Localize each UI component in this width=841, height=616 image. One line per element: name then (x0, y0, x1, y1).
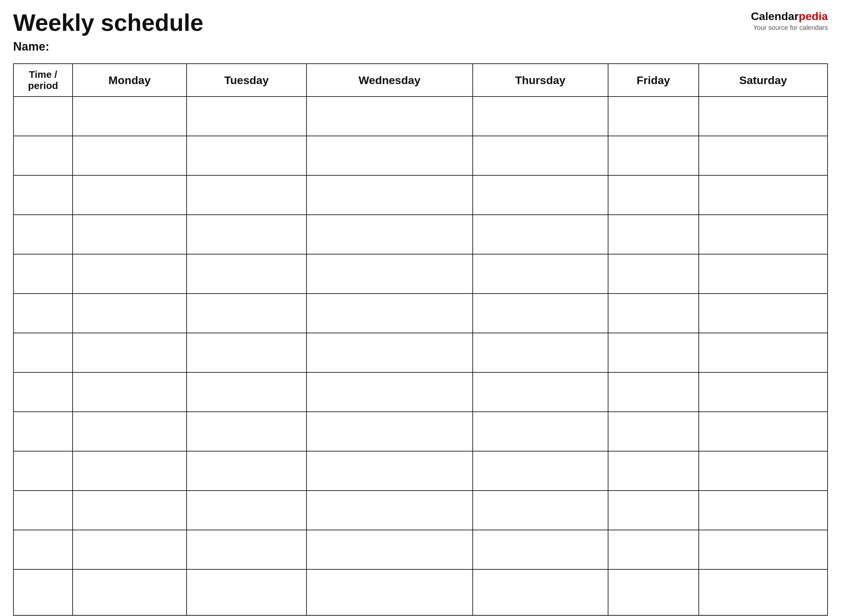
schedule-cell[interactable] (307, 530, 473, 569)
schedule-cell[interactable] (73, 530, 186, 569)
schedule-cell[interactable] (699, 530, 828, 569)
schedule-cell[interactable] (186, 451, 307, 491)
table-row[interactable] (13, 569, 828, 615)
schedule-cell[interactable] (73, 451, 186, 491)
schedule-cell[interactable] (307, 254, 473, 293)
schedule-cell[interactable] (73, 293, 186, 333)
schedule-cell[interactable] (186, 175, 307, 215)
schedule-cell[interactable] (307, 491, 473, 530)
schedule-cell[interactable] (186, 215, 307, 254)
schedule-cell[interactable] (186, 136, 307, 175)
schedule-cell[interactable] (307, 97, 473, 136)
schedule-cell[interactable] (186, 530, 307, 569)
table-row[interactable] (13, 333, 828, 373)
schedule-cell[interactable] (699, 215, 828, 254)
schedule-cell[interactable] (73, 373, 186, 412)
time-cell[interactable] (13, 412, 73, 451)
schedule-cell[interactable] (699, 97, 828, 136)
schedule-cell[interactable] (473, 569, 608, 615)
schedule-cell[interactable] (699, 451, 828, 491)
table-row[interactable] (13, 530, 828, 569)
schedule-cell[interactable] (473, 97, 608, 136)
schedule-cell[interactable] (307, 293, 473, 333)
table-row[interactable] (13, 136, 828, 175)
time-cell[interactable] (13, 530, 73, 569)
schedule-cell[interactable] (608, 215, 699, 254)
schedule-cell[interactable] (186, 373, 307, 412)
schedule-cell[interactable] (186, 333, 307, 373)
schedule-cell[interactable] (307, 175, 473, 215)
schedule-cell[interactable] (473, 175, 608, 215)
time-cell[interactable] (13, 293, 73, 333)
schedule-cell[interactable] (73, 412, 186, 451)
time-cell[interactable] (13, 569, 73, 615)
schedule-cell[interactable] (699, 136, 828, 175)
schedule-cell[interactable] (699, 254, 828, 293)
schedule-cell[interactable] (473, 373, 608, 412)
schedule-cell[interactable] (186, 569, 307, 615)
schedule-cell[interactable] (699, 373, 828, 412)
schedule-cell[interactable] (73, 175, 186, 215)
schedule-cell[interactable] (307, 412, 473, 451)
table-row[interactable] (13, 293, 828, 333)
schedule-cell[interactable] (473, 491, 608, 530)
schedule-cell[interactable] (608, 254, 699, 293)
time-cell[interactable] (13, 373, 73, 412)
schedule-cell[interactable] (608, 451, 699, 491)
schedule-cell[interactable] (73, 569, 186, 615)
schedule-cell[interactable] (608, 97, 699, 136)
schedule-cell[interactable] (473, 136, 608, 175)
time-cell[interactable] (13, 175, 73, 215)
schedule-cell[interactable] (307, 569, 473, 615)
schedule-cell[interactable] (473, 254, 608, 293)
schedule-cell[interactable] (73, 136, 186, 175)
table-row[interactable] (13, 215, 828, 254)
schedule-cell[interactable] (473, 293, 608, 333)
table-row[interactable] (13, 451, 828, 491)
schedule-cell[interactable] (608, 293, 699, 333)
table-row[interactable] (13, 412, 828, 451)
schedule-cell[interactable] (608, 569, 699, 615)
schedule-cell[interactable] (699, 491, 828, 530)
time-cell[interactable] (13, 97, 73, 136)
schedule-cell[interactable] (186, 97, 307, 136)
schedule-cell[interactable] (73, 215, 186, 254)
schedule-cell[interactable] (307, 215, 473, 254)
schedule-cell[interactable] (186, 293, 307, 333)
schedule-cell[interactable] (608, 136, 699, 175)
time-cell[interactable] (13, 333, 73, 373)
schedule-cell[interactable] (699, 412, 828, 451)
schedule-cell[interactable] (473, 530, 608, 569)
schedule-cell[interactable] (608, 333, 699, 373)
schedule-cell[interactable] (307, 136, 473, 175)
schedule-cell[interactable] (186, 491, 307, 530)
schedule-cell[interactable] (473, 215, 608, 254)
table-row[interactable] (13, 373, 828, 412)
time-cell[interactable] (13, 136, 73, 175)
schedule-cell[interactable] (699, 293, 828, 333)
schedule-cell[interactable] (608, 491, 699, 530)
table-row[interactable] (13, 254, 828, 293)
schedule-cell[interactable] (699, 333, 828, 373)
schedule-cell[interactable] (73, 333, 186, 373)
schedule-cell[interactable] (73, 491, 186, 530)
table-row[interactable] (13, 491, 828, 530)
time-cell[interactable] (13, 491, 73, 530)
table-row[interactable] (13, 97, 828, 136)
schedule-cell[interactable] (699, 175, 828, 215)
schedule-cell[interactable] (186, 412, 307, 451)
schedule-cell[interactable] (307, 333, 473, 373)
schedule-cell[interactable] (608, 175, 699, 215)
schedule-cell[interactable] (608, 412, 699, 451)
time-cell[interactable] (13, 215, 73, 254)
schedule-cell[interactable] (473, 333, 608, 373)
schedule-cell[interactable] (473, 412, 608, 451)
schedule-cell[interactable] (307, 451, 473, 491)
schedule-cell[interactable] (186, 254, 307, 293)
schedule-cell[interactable] (699, 569, 828, 615)
schedule-cell[interactable] (307, 373, 473, 412)
time-cell[interactable] (13, 254, 73, 293)
schedule-cell[interactable] (73, 254, 186, 293)
table-row[interactable] (13, 175, 828, 215)
time-cell[interactable] (13, 451, 73, 491)
